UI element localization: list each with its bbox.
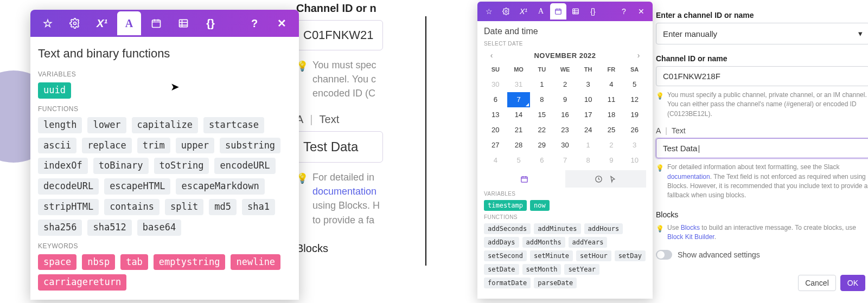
tab-star[interactable]: ☆ <box>36 11 60 35</box>
tab-close[interactable]: ✕ <box>633 3 649 20</box>
chip-base64[interactable]: base64 <box>137 220 181 236</box>
calendar-day[interactable]: 5 <box>623 77 646 92</box>
chip-replace[interactable]: replace <box>82 138 132 154</box>
chip-addSeconds[interactable]: addSeconds <box>484 223 531 234</box>
calendar-day[interactable]: 1 <box>530 77 553 92</box>
calendar-time-tab[interactable] <box>565 170 647 188</box>
calendar-day[interactable]: 9 <box>553 92 577 107</box>
chip-startcase[interactable]: startcase <box>203 117 264 133</box>
chip-parseDate[interactable]: parseDate <box>534 278 577 288</box>
calendar-day[interactable]: 6 <box>484 92 507 107</box>
block-kit-builder-link[interactable]: Block Kit Builder <box>667 233 714 241</box>
calendar-day[interactable]: 7 <box>507 92 531 107</box>
chip-escapeMarkdown[interactable]: escapeMarkdown <box>176 178 264 195</box>
calendar-day[interactable]: 6 <box>530 153 553 168</box>
chip-toString[interactable]: toString <box>154 158 209 174</box>
chip-escapeHTML[interactable]: escapeHTML <box>104 178 170 195</box>
chip-newline[interactable]: newline <box>231 254 280 270</box>
channel-id-input[interactable]: C01FNKW21 <box>296 20 383 50</box>
chip-lower[interactable]: lower <box>87 117 126 133</box>
calendar-day[interactable]: 19 <box>623 107 646 123</box>
text-input[interactable]: Test Data <box>656 138 868 158</box>
cancel-button[interactable]: Cancel <box>798 275 836 291</box>
calendar-day[interactable]: 2 <box>553 77 577 92</box>
chip-length[interactable]: length <box>38 117 82 133</box>
calendar-day[interactable]: 22 <box>530 123 553 138</box>
calendar-day[interactable]: 25 <box>600 123 623 138</box>
chip-timestamp[interactable]: timestamp <box>484 200 527 211</box>
calendar-day[interactable]: 13 <box>484 107 507 123</box>
calendar-day[interactable]: 16 <box>553 107 577 123</box>
calendar-day[interactable]: 28 <box>507 138 531 153</box>
chip-now[interactable]: now <box>530 200 550 211</box>
calendar-day[interactable]: 7 <box>553 153 577 168</box>
chip-decodeURL[interactable]: decodeURL <box>38 178 99 195</box>
tab-array[interactable] <box>171 11 195 35</box>
tab-help[interactable]: ? <box>616 3 632 20</box>
chip-nbsp[interactable]: nbsp <box>82 254 115 270</box>
calendar-day[interactable]: 30 <box>484 77 507 92</box>
calendar-day[interactable]: 3 <box>577 77 600 92</box>
chip-sha512[interactable]: sha512 <box>87 220 131 236</box>
tab-help[interactable]: ? <box>242 11 266 35</box>
calendar-day[interactable]: 29 <box>530 138 553 153</box>
calendar-day[interactable]: 4 <box>484 153 507 168</box>
chip-capitalize[interactable]: capitalize <box>132 117 198 133</box>
blocks-link[interactable]: Blocks <box>681 224 700 231</box>
channel-id-input[interactable]: C01FNKW218F <box>656 66 868 86</box>
ok-button[interactable]: OK <box>840 275 865 291</box>
chip-emptystring[interactable]: emptystring <box>154 254 226 270</box>
calendar-day[interactable]: 5 <box>507 153 531 168</box>
chip-trim[interactable]: trim <box>137 138 170 154</box>
chip-addDays[interactable]: addDays <box>484 237 519 248</box>
chip-md5[interactable]: md5 <box>209 199 237 215</box>
chip-setMonth[interactable]: setMonth <box>522 264 561 275</box>
chip-tab[interactable]: tab <box>120 254 148 270</box>
tab-settings[interactable] <box>498 3 514 20</box>
calendar-day[interactable]: 12 <box>623 92 646 107</box>
tab-date[interactable] <box>144 11 168 35</box>
chip-setMinute[interactable]: setMinute <box>530 250 573 261</box>
calendar-day[interactable]: 17 <box>577 107 600 123</box>
calendar-day[interactable]: 27 <box>484 138 507 153</box>
calendar-day[interactable]: 4 <box>600 77 623 92</box>
chip-sha256[interactable]: sha256 <box>38 220 82 236</box>
documentation-link[interactable]: documentation <box>312 186 376 197</box>
calendar-day[interactable]: 30 <box>553 138 577 153</box>
calendar-day[interactable]: 21 <box>507 123 531 138</box>
tab-math[interactable]: X¹ <box>515 3 532 20</box>
chip-setYear[interactable]: setYear <box>564 264 599 275</box>
chip-uuid[interactable]: uuid <box>38 82 71 99</box>
chip-substring[interactable]: substring <box>220 138 280 154</box>
text-input[interactable]: Test Data <box>296 131 383 163</box>
chip-carriagereturn[interactable]: carriagereturn <box>38 274 126 291</box>
chip-space[interactable]: space <box>38 254 76 270</box>
calendar-day[interactable]: 10 <box>577 92 600 107</box>
calendar-day[interactable]: 20 <box>484 123 507 138</box>
calendar-prev-month[interactable]: ‹ <box>486 51 497 60</box>
tab-close[interactable]: ✕ <box>270 11 293 35</box>
chip-toBinary[interactable]: toBinary <box>93 158 149 174</box>
tab-text[interactable]: A <box>533 3 549 20</box>
calendar-day[interactable]: 10 <box>623 153 646 168</box>
tab-settings[interactable] <box>63 11 87 35</box>
chip-setDate[interactable]: setDate <box>484 264 519 275</box>
calendar-day[interactable]: 26 <box>623 123 646 138</box>
chip-indexOf[interactable]: indexOf <box>38 158 88 174</box>
calendar-next-month[interactable]: › <box>633 51 644 60</box>
show-advanced-toggle[interactable] <box>656 250 672 260</box>
calendar-day[interactable]: 31 <box>507 77 531 92</box>
chip-setHour[interactable]: setHour <box>576 250 611 261</box>
calendar-day[interactable]: 9 <box>600 153 623 168</box>
chip-stripHTML[interactable]: stripHTML <box>38 199 99 215</box>
tab-object[interactable]: {} <box>585 3 601 20</box>
documentation-link[interactable]: documentation <box>667 173 710 180</box>
tab-star[interactable]: ☆ <box>481 3 497 20</box>
chip-addHours[interactable]: addHours <box>584 223 623 234</box>
chip-setSecond[interactable]: setSecond <box>484 250 527 261</box>
chip-setDay[interactable]: setDay <box>615 250 646 261</box>
chip-ascii[interactable]: ascii <box>38 138 76 154</box>
chip-contains[interactable]: contains <box>104 199 159 215</box>
chip-sha1[interactable]: sha1 <box>242 199 275 215</box>
chip-addMonths[interactable]: addMonths <box>522 237 565 248</box>
